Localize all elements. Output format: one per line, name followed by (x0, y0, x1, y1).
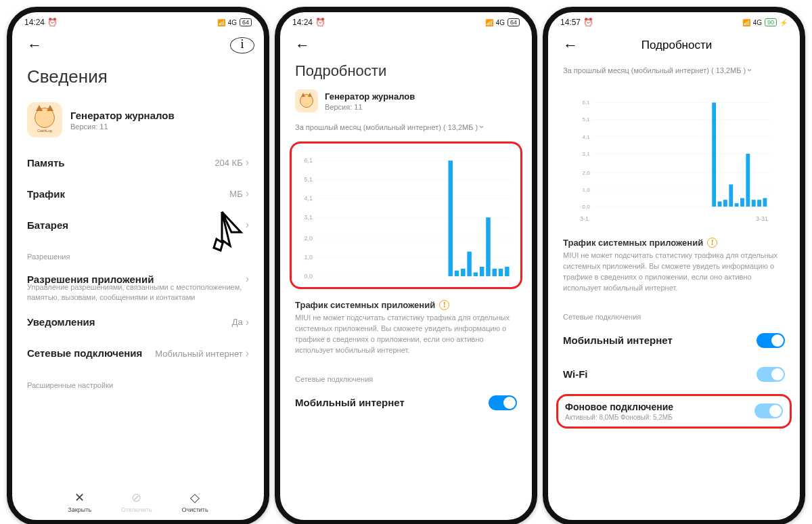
chevron-down-icon: › (477, 125, 487, 128)
mobile-internet-row[interactable]: Мобильный интернет (548, 324, 800, 357)
battery-row[interactable]: Батарея › (12, 209, 264, 240)
battery-icon: 64 (508, 18, 520, 26)
alarm-icon: ⏰ (315, 18, 325, 27)
svg-rect-41 (729, 184, 733, 206)
bottom-bar: ✕ Закрыть ⊘ Отключить ◇ Очистить (12, 490, 264, 513)
status-time: 14:57 (560, 18, 581, 27)
filter-dropdown[interactable]: За прошлый месяц (мобильный интернет) ( … (280, 119, 532, 137)
svg-text:1,0: 1,0 (583, 187, 591, 193)
app-header: Генератор журналов Версия: 11 (280, 87, 532, 119)
close-button[interactable]: ✕ Закрыть (68, 490, 91, 513)
svg-text:5,1: 5,1 (304, 176, 313, 183)
app-icon: CatchLog (27, 102, 62, 137)
wifi-row[interactable]: Wi-Fi (548, 357, 800, 391)
alarm-icon: ⏰ (47, 18, 58, 27)
chevron-right-icon: › (246, 316, 249, 328)
notifications-row[interactable]: Уведомления Да › (12, 307, 264, 338)
warning-title: Трафик системных приложений (563, 238, 703, 248)
mobile-internet-toggle[interactable] (757, 333, 785, 348)
svg-text:4,1: 4,1 (304, 195, 313, 202)
traffic-chart: 0,01,02,03,14,15,16,1 3-1 3-31 (558, 85, 790, 227)
svg-rect-47 (763, 198, 767, 207)
svg-rect-20 (486, 217, 491, 276)
warning-desc: MIUI не может подсчитать статистику траф… (280, 311, 532, 363)
status-bar: 14:24 ⏰ 📶 4G 64 (12, 12, 264, 28)
network-row[interactable]: Сетевые подключения Мобильный интернет › (12, 338, 264, 370)
svg-rect-19 (480, 267, 484, 276)
advanced-section: Расширенные настройки (12, 369, 264, 392)
warning-icon: ! (439, 300, 449, 310)
network-label: 4G (753, 19, 762, 26)
svg-rect-21 (493, 269, 497, 276)
svg-rect-17 (467, 252, 472, 276)
chart-svg: 0,01,02,03,14,15,16,1 (297, 149, 515, 284)
svg-rect-40 (723, 200, 727, 206)
signal-icon: 📶 (217, 19, 225, 26)
info-button[interactable]: i (230, 37, 254, 53)
header: ← i (12, 28, 264, 62)
page-title: Сведения (12, 62, 264, 97)
svg-text:2,0: 2,0 (304, 235, 313, 242)
warning-desc: MIUI не может подсчитать статистику траф… (548, 249, 800, 301)
status-time: 14:24 (292, 18, 313, 27)
svg-rect-39 (718, 202, 722, 207)
chevron-right-icon: › (246, 219, 249, 231)
close-icon: ✕ (74, 490, 85, 505)
app-name: Генератор журналов (325, 91, 415, 102)
page-title: Подробности (280, 62, 532, 87)
svg-rect-22 (499, 269, 503, 276)
traffic-chart: 0,01,02,03,14,15,16,1 (290, 141, 522, 289)
svg-text:3,1: 3,1 (583, 151, 591, 157)
notifications-label: Уведомления (27, 316, 232, 328)
warning-icon: ! (707, 238, 717, 248)
svg-text:5,1: 5,1 (583, 116, 591, 123)
memory-row[interactable]: Память 204 КБ › (12, 147, 264, 178)
wifi-label: Wi-Fi (563, 368, 757, 380)
page-title: Подробности (583, 39, 770, 52)
svg-rect-23 (505, 267, 510, 276)
filter-dropdown[interactable]: За прошлый месяц (мобильный интернет) ( … (548, 62, 800, 81)
status-bar: 14:24 ⏰ 📶 4G 64 (280, 12, 532, 28)
network-label: 4G (496, 19, 505, 26)
header: ← Подробности (548, 28, 800, 62)
stop-button: ⊘ Отключить (121, 490, 152, 513)
svg-rect-42 (735, 203, 739, 206)
background-connection-highlight: Фоновое подключение Активный: 8,0МБ Фоно… (556, 394, 792, 429)
network-label: 4G (228, 19, 237, 26)
back-button[interactable]: ← (558, 34, 583, 57)
chevron-right-icon: › (246, 156, 249, 169)
svg-text:1,0: 1,0 (304, 254, 313, 261)
svg-text:4,1: 4,1 (583, 134, 591, 140)
header: ← (280, 28, 532, 62)
svg-text:0,0: 0,0 (304, 273, 313, 280)
clear-button[interactable]: ◇ Очистить (181, 490, 208, 513)
mobile-internet-toggle[interactable] (489, 395, 517, 410)
svg-rect-38 (712, 102, 716, 206)
background-toggle[interactable] (754, 403, 783, 418)
traffic-row[interactable]: Трафик МБ › (12, 178, 264, 209)
warning-title: Трафик системных приложений (295, 300, 435, 310)
traffic-value: МБ (229, 189, 242, 199)
wifi-toggle[interactable] (757, 367, 785, 382)
permissions-desc: Управление разрешениями, связанными с ме… (12, 282, 264, 307)
svg-rect-44 (746, 154, 750, 206)
back-button[interactable]: ← (290, 34, 315, 57)
battery-label: Батарея (27, 219, 246, 231)
svg-text:3,1: 3,1 (304, 214, 313, 221)
svg-text:6,1: 6,1 (304, 157, 313, 164)
background-label: Фоновое подключение (565, 401, 754, 412)
network-label: Сетевые подключения (27, 347, 155, 360)
stop-icon: ⊘ (131, 490, 141, 505)
svg-text:0,0: 0,0 (583, 204, 591, 210)
svg-rect-43 (740, 198, 744, 207)
background-connection-row[interactable]: Фоновое подключение Активный: 8,0МБ Фоно… (565, 400, 783, 422)
back-button[interactable]: ← (22, 34, 47, 57)
mobile-internet-row[interactable]: Мобильный интернет (280, 386, 532, 420)
svg-rect-18 (474, 272, 478, 276)
app-icon (295, 89, 318, 112)
svg-rect-45 (752, 200, 756, 206)
battery-icon: 90 (765, 18, 777, 26)
svg-rect-16 (461, 269, 466, 276)
eraser-icon: ◇ (190, 490, 200, 505)
svg-text:6,1: 6,1 (583, 100, 591, 106)
